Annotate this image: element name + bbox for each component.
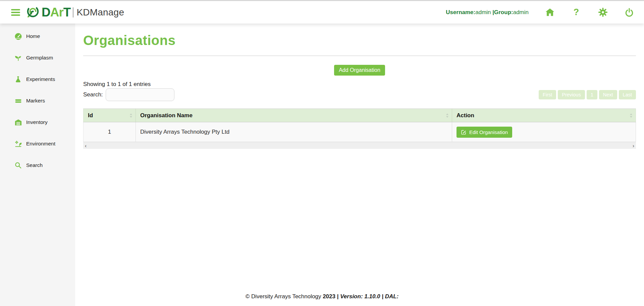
search-icon xyxy=(14,161,22,169)
brand-dart-wordmark: DArT xyxy=(42,6,70,18)
sidebar-nav: Home Germplasm Experiments xyxy=(0,24,75,306)
username-value: admin xyxy=(475,9,491,15)
group-value: admin xyxy=(513,9,529,15)
pagination-page-button[interactable]: 1 xyxy=(587,90,597,99)
search-label: Search: xyxy=(83,91,103,98)
menu-icon[interactable] xyxy=(11,9,20,16)
settings-icon[interactable] xyxy=(597,7,608,18)
table-row: 1 Diversity Arrays Technology Pty Ltd Ed… xyxy=(84,122,636,142)
group-label: |Group: xyxy=(492,9,513,15)
sort-icon xyxy=(445,113,449,118)
user-session-info: Username:admin |Group:admin xyxy=(446,9,529,16)
sidebar-item-inventory[interactable]: Inventory xyxy=(0,112,75,133)
footer-version: Version: 1.10.0 | DAL: xyxy=(340,293,398,300)
sidebar-item-label: Environment xyxy=(26,141,55,147)
sidebar-item-markers[interactable]: Markers xyxy=(0,90,75,112)
flask-icon xyxy=(14,75,22,83)
sidebar-item-germplasm[interactable]: Germplasm xyxy=(0,47,75,69)
sidebar-item-home[interactable]: Home xyxy=(0,26,75,47)
sidebar-item-label: Inventory xyxy=(26,119,48,125)
footer-year: 2023 | xyxy=(323,293,340,300)
table-header-row: Id Organisation Name xyxy=(84,109,636,122)
pagination-next-button[interactable]: Next xyxy=(599,90,617,99)
sidebar-item-label: Home xyxy=(26,33,40,39)
sidebar-item-label: Germplasm xyxy=(26,55,53,61)
sidebar-item-label: Markers xyxy=(26,98,45,104)
pagination-previous-button[interactable]: Previous xyxy=(558,90,585,99)
dashboard-icon xyxy=(14,32,22,40)
edit-icon xyxy=(461,129,467,135)
column-header-id[interactable]: Id xyxy=(84,109,136,122)
environment-icon xyxy=(14,140,22,148)
main-content: Organisations Add Organisation Showing 1… xyxy=(75,24,644,306)
sidebar-item-label: Search xyxy=(26,162,43,168)
cell-organisation-name: Diversity Arrays Technology Pty Ltd xyxy=(136,122,452,142)
seedling-icon xyxy=(14,54,22,62)
app-header: DArT KDManage Username:admin |Group:admi… xyxy=(0,1,644,24)
sidebar-item-label: Experiments xyxy=(26,76,55,82)
markers-icon xyxy=(14,97,22,105)
scroll-right-icon[interactable]: › xyxy=(633,143,634,148)
sort-icon xyxy=(129,113,133,118)
sidebar-item-search[interactable]: Search xyxy=(0,155,75,176)
cell-action: Edit Organisation xyxy=(452,122,636,142)
footer: © Diversity Arrays Technology 2023 | Ver… xyxy=(0,293,644,300)
edit-organisation-button[interactable]: Edit Organisation xyxy=(457,127,512,138)
sort-icon xyxy=(629,113,633,118)
column-header-organisation-name[interactable]: Organisation Name xyxy=(136,109,452,122)
organisations-table: Id Organisation Name xyxy=(83,108,636,142)
scroll-left-icon[interactable]: ‹ xyxy=(85,143,87,148)
title-divider xyxy=(83,55,636,56)
brand-divider xyxy=(73,7,73,17)
product-name: KDManage xyxy=(76,7,124,18)
pagination: First Previous 1 Next Last xyxy=(539,90,636,99)
pagination-last-button[interactable]: Last xyxy=(619,90,636,99)
sidebar-item-experiments[interactable]: Experiments xyxy=(0,69,75,90)
dart-logo-icon[interactable] xyxy=(25,5,40,20)
warehouse-icon xyxy=(14,118,22,126)
footer-copyright: © Diversity Arrays Technology xyxy=(246,293,323,300)
username-label: Username: xyxy=(446,9,475,15)
home-icon[interactable] xyxy=(544,7,555,18)
power-icon[interactable] xyxy=(624,7,635,18)
table-horizontal-scrollbar[interactable]: ‹ › xyxy=(83,142,636,149)
cell-id: 1 xyxy=(84,122,136,142)
table-info-text: Showing 1 to 1 of 1 entries xyxy=(83,81,636,88)
search-input[interactable] xyxy=(106,88,174,101)
sidebar-item-environment[interactable]: Environment xyxy=(0,133,75,155)
help-icon[interactable]: ? xyxy=(571,7,582,18)
column-header-action[interactable]: Action xyxy=(452,109,636,122)
page-title: Organisations xyxy=(83,33,636,48)
add-organisation-button[interactable]: Add Organisation xyxy=(334,65,385,76)
pagination-first-button[interactable]: First xyxy=(539,90,556,99)
